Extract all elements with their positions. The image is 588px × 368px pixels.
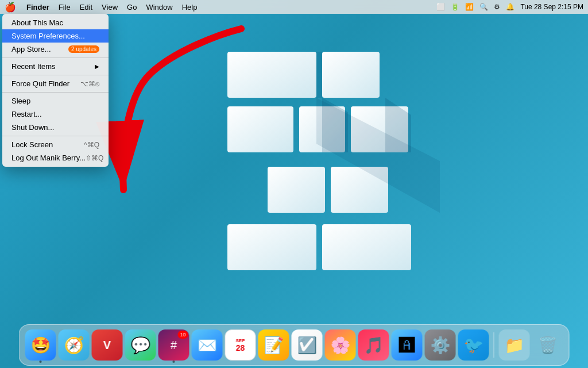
svg-rect-3	[227, 106, 293, 152]
log-out-shortcut: ⇧⌘Q	[86, 154, 103, 162]
app-store-badge: 2 updates	[68, 45, 99, 53]
dock-item-calendar[interactable]: SEP 28	[225, 329, 256, 361]
lock-screen-shortcut: ^⌘Q	[84, 141, 99, 149]
reminders-icon: ☑️	[297, 336, 317, 355]
menu-item-lock-screen[interactable]: Lock Screen ^⌘Q	[2, 138, 109, 151]
search-icon[interactable]: 🔍	[479, 3, 488, 11]
menu-item-force-quit-label: Force Quit Finder	[11, 79, 69, 88]
menu-item-app-store-label: App Store...	[11, 45, 51, 53]
menubar-go[interactable]: Go	[122, 3, 141, 12]
menu-item-force-quit[interactable]: Force Quit Finder ⌥⌘⎋	[2, 77, 109, 90]
apple-dropdown-menu: About This Mac System Preferences... App…	[2, 14, 109, 167]
messages-icon: 💬	[130, 336, 150, 355]
calendar-day-label: 28	[236, 343, 245, 352]
dock-separator	[494, 332, 494, 358]
menu-item-sleep[interactable]: Sleep	[2, 94, 109, 108]
svg-rect-0	[227, 52, 316, 98]
menubar: 🍎 Finder File Edit View Go Window Help ⬜…	[0, 0, 588, 14]
menu-item-app-store[interactable]: App Store... 2 updates	[2, 43, 109, 56]
menu-divider-4	[2, 136, 109, 136]
dock-item-trash[interactable]: 🗑️	[532, 329, 563, 361]
menubar-file[interactable]: File	[54, 3, 75, 12]
menubar-right: ⬜ 🔋 📶 🔍 ⚙ 🔔 Tue 28 Sep 2:15 PM	[436, 3, 583, 11]
finder-active-dot	[40, 361, 42, 363]
safari-icon: 🧭	[64, 336, 84, 355]
photos-icon: 🌸	[330, 336, 350, 355]
menu-divider-3	[2, 92, 109, 93]
dock-item-reminders[interactable]: ☑️	[292, 329, 323, 361]
menu-item-sleep-label: Sleep	[11, 97, 30, 105]
finder-icon: 🤩	[30, 336, 51, 355]
vivaldi-icon: V	[103, 339, 111, 352]
menu-item-restart-label: Restart...	[11, 110, 42, 118]
screen-record-icon: ⬜	[436, 3, 445, 11]
dock-item-photos[interactable]: 🌸	[325, 329, 356, 361]
dock-item-twitter[interactable]: 🐦	[458, 329, 489, 361]
twitter-icon: 🐦	[463, 336, 483, 355]
dock-item-music[interactable]: 🎵	[358, 329, 389, 361]
app-name-label[interactable]: Finder	[22, 3, 54, 12]
desktop-logo	[222, 46, 463, 305]
control-center-icon[interactable]: ⚙	[494, 3, 500, 11]
notification-icon[interactable]: 🔔	[506, 3, 514, 11]
submenu-arrow-icon: ▶	[95, 63, 99, 70]
slack-badge: 10	[177, 331, 188, 339]
svg-rect-1	[322, 52, 380, 98]
force-quit-shortcut: ⌥⌘⎋	[80, 80, 99, 88]
menu-item-recent-items[interactable]: Recent Items ▶	[2, 60, 109, 73]
dock-item-vivaldi[interactable]: V	[92, 329, 123, 361]
menu-divider-1	[2, 57, 109, 58]
menu-item-shutdown-label: Shut Down...	[11, 123, 54, 132]
trash-icon: 🗑️	[537, 336, 558, 355]
dock-item-appstore[interactable]: 🅰	[392, 329, 423, 361]
menu-item-lock-screen-label: Lock Screen	[11, 140, 53, 149]
appstore-icon: 🅰	[399, 336, 415, 355]
menu-item-about-label: About This Mac	[11, 18, 63, 27]
menubar-window[interactable]: Window	[141, 3, 177, 12]
menu-item-log-out[interactable]: Log Out Manik Berry... ⇧⌘Q	[2, 151, 109, 164]
menu-item-log-out-label: Log Out Manik Berry...	[11, 154, 86, 162]
dock-item-downloads[interactable]: 📁	[499, 329, 530, 361]
dock-item-mail[interactable]: ✉️	[192, 329, 223, 361]
dock-item-notes[interactable]: 📝	[258, 329, 289, 361]
menubar-edit[interactable]: Edit	[75, 3, 97, 12]
downloads-icon: 📁	[504, 336, 524, 355]
battery-icon: 🔋	[451, 3, 459, 11]
dock-item-system-prefs[interactable]: ⚙️	[425, 329, 456, 361]
desktop: 🍎 Finder File Edit View Go Window Help ⬜…	[0, 0, 588, 368]
calendar-month-label: SEP	[235, 338, 245, 343]
dock-item-messages[interactable]: 💬	[125, 329, 156, 361]
apple-menu-trigger[interactable]: 🍎	[5, 2, 16, 13]
sysprefs-icon: ⚙️	[430, 336, 450, 355]
music-icon: 🎵	[363, 336, 384, 355]
menu-divider-2	[2, 75, 109, 75]
dock-item-slack[interactable]: # 10	[158, 329, 189, 361]
dock: 🤩 🧭 V 💬 # 10 ✉️ SEP 28 �	[19, 324, 570, 366]
datetime-label: Tue 28 Sep 2:15 PM	[520, 3, 583, 11]
wifi-icon: 📶	[465, 3, 474, 11]
svg-rect-8	[268, 167, 325, 213]
menu-item-system-prefs[interactable]: System Preferences...	[2, 29, 109, 43]
svg-rect-10	[227, 224, 316, 270]
dock-item-finder[interactable]: 🤩	[25, 329, 56, 361]
slack-icon: #	[171, 339, 177, 352]
svg-rect-11	[322, 224, 411, 270]
mail-icon: ✉️	[197, 336, 217, 355]
menu-item-recent-items-label: Recent Items	[11, 62, 56, 71]
menubar-view[interactable]: View	[97, 3, 122, 12]
menu-item-shutdown[interactable]: Shut Down...	[2, 121, 109, 134]
menu-item-restart[interactable]: Restart...	[2, 108, 109, 121]
slack-active-dot	[173, 361, 175, 363]
svg-marker-2	[316, 52, 322, 98]
menubar-help[interactable]: Help	[177, 3, 202, 12]
dock-item-safari[interactable]: 🧭	[59, 329, 90, 361]
notes-icon: 📝	[264, 336, 284, 355]
menu-item-system-prefs-label: System Preferences...	[11, 32, 85, 40]
menu-item-about[interactable]: About This Mac	[2, 16, 109, 29]
